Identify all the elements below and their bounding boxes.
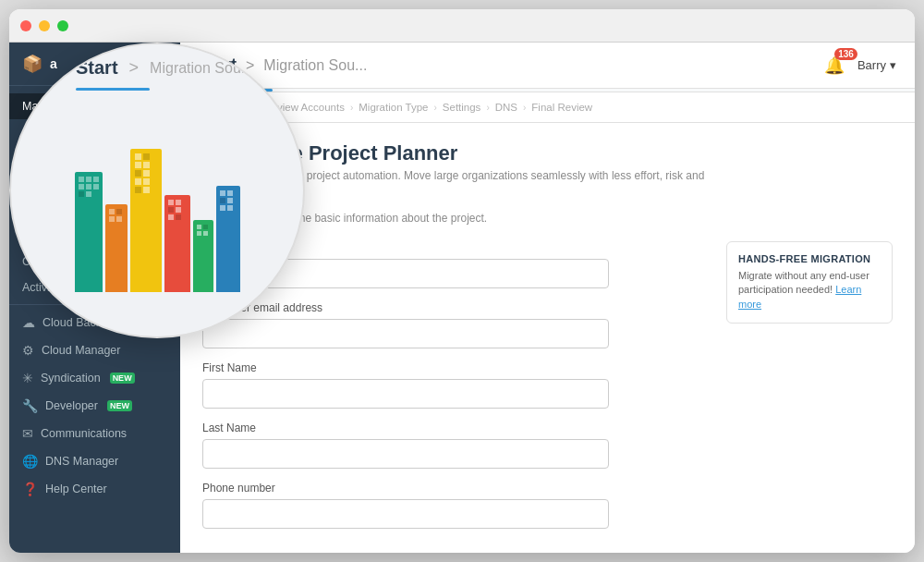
- first-name-label: First Name: [202, 361, 708, 374]
- sidebar-item-syndication[interactable]: ✳ Syndication NEW: [9, 364, 180, 392]
- step-arrow-3: ›: [433, 103, 436, 113]
- step-arrow-2: ›: [350, 103, 353, 113]
- user-menu[interactable]: Barry ▾: [857, 58, 896, 72]
- user-name: Barry: [857, 58, 886, 72]
- logo-icon: 📦: [22, 54, 43, 74]
- step-arrow-4: ›: [486, 103, 489, 113]
- sidebar-item-developer[interactable]: 🔧 Developer NEW: [9, 392, 180, 420]
- form-group-lastname: Last Name: [202, 422, 708, 469]
- cloud-manager-icon: ⚙: [22, 343, 34, 358]
- building-1: [75, 172, 103, 292]
- header-right: 🔔 136 Barry ▾: [824, 55, 896, 76]
- hands-free-box: HANDS-FREE MIGRATION Migrate without any…: [726, 241, 893, 324]
- minimize-button[interactable]: [39, 20, 50, 31]
- building-6: [216, 186, 240, 292]
- building-5: [193, 220, 213, 292]
- app-window: 📦 a Ma... + S... + En... + Dat... In Pro…: [9, 9, 915, 553]
- breadcrumb-current: Migration Sou...: [263, 57, 367, 74]
- titlebar: [9, 9, 915, 43]
- syndication-label: Syndication: [41, 372, 101, 385]
- side-panel: HANDS-FREE MIGRATION Migrate without any…: [726, 241, 893, 542]
- phone-input[interactable]: [202, 499, 609, 529]
- notification-bell[interactable]: 🔔 136: [824, 55, 845, 76]
- sidebar-item-cloud-manager[interactable]: ⚙ Cloud Manager: [9, 336, 180, 364]
- maximize-button[interactable]: [57, 20, 68, 31]
- first-name-input[interactable]: [202, 379, 609, 409]
- page-title: Enterprise Project Planner: [202, 141, 893, 165]
- new-badge-syndication: NEW: [110, 373, 135, 384]
- step-migration-type[interactable]: Migration Type: [359, 102, 428, 113]
- help-icon: ❓: [22, 482, 38, 496]
- hands-free-title: HANDS-FREE MIGRATION: [738, 253, 881, 264]
- dns-manager-label: DNS Manager: [45, 455, 118, 468]
- last-name-label: Last Name: [202, 422, 708, 434]
- last-name-input[interactable]: [202, 439, 609, 469]
- sidebar-item-communications[interactable]: ✉ Communications: [9, 420, 180, 447]
- dns-icon: 🌐: [22, 454, 38, 469]
- sidebar-item-help-center[interactable]: ❓ Help Center: [9, 475, 180, 503]
- logo-text: a: [50, 56, 57, 71]
- building-4: [164, 195, 190, 292]
- developer-icon: 🔧: [22, 398, 38, 413]
- magnifier-content: [11, 91, 303, 336]
- communications-icon: ✉: [22, 426, 33, 441]
- syndication-icon: ✳: [22, 371, 33, 385]
- top-header: Start > Migration Sou... 🔔 136 Barry ▾: [180, 43, 915, 89]
- step-final-review[interactable]: Final Review: [531, 102, 592, 113]
- breadcrumb: Start > Migration Sou...: [199, 55, 813, 75]
- building-3: [130, 149, 162, 292]
- magnifier-overlay: Start > Migration Sou...: [9, 43, 305, 338]
- building-2: [105, 204, 128, 292]
- new-badge-developer: NEW: [107, 400, 132, 411]
- close-button[interactable]: [20, 20, 31, 31]
- notification-count: 136: [834, 48, 857, 60]
- step-arrow-5: ›: [523, 103, 526, 113]
- communications-label: Communications: [41, 427, 127, 440]
- content-columns: Company Name Customer email address Firs…: [202, 241, 893, 542]
- city-illustration: [75, 126, 240, 292]
- phone-label: Phone number: [202, 482, 708, 495]
- step-settings[interactable]: Settings: [443, 102, 481, 113]
- form-group-firstname: First Name: [202, 361, 708, 409]
- developer-label: Developer: [45, 399, 98, 412]
- cloud-manager-label: Cloud Manager: [42, 344, 120, 357]
- form-group-phone: Phone number: [202, 482, 708, 529]
- step-dns[interactable]: DNS: [495, 102, 517, 113]
- magnifier-arrow-icon: >: [129, 58, 140, 78]
- help-center-label: Help Center: [45, 483, 107, 495]
- hands-free-text: Migrate without any end-user participati…: [738, 269, 881, 312]
- breadcrumb-arrow-icon: >: [246, 57, 254, 74]
- user-chevron-icon: ▾: [890, 58, 896, 72]
- sidebar-item-dns-manager[interactable]: 🌐 DNS Manager: [9, 447, 180, 475]
